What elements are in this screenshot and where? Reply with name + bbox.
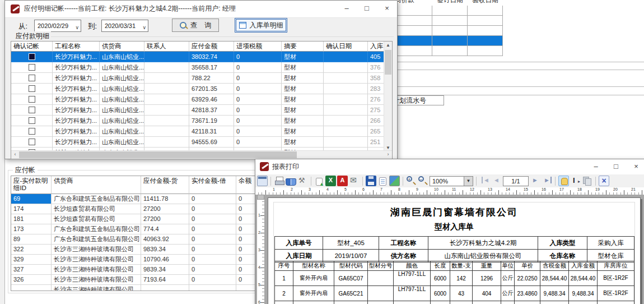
column-header[interactable]: 联系人	[144, 42, 189, 52]
close-preview-icon[interactable]	[599, 176, 609, 186]
report-window-titlebar[interactable]: 报表打印 – □ ×	[255, 159, 644, 175]
zoom-select[interactable]: 100%▼	[430, 176, 473, 186]
properties-icon[interactable]	[257, 176, 268, 186]
table-row[interactable]: 长沙万科魅力...山东南山铝业...788.220型材358	[11, 73, 385, 84]
report-cell: 入库单号	[275, 237, 323, 250]
app-icon	[260, 162, 269, 171]
stockin-detail-table: 序号型材名称型材代码型材分号颜色长度数量-支重量单位单价含税金额入库金额库房库位…	[274, 261, 634, 304]
column-header[interactable]: 验收日期	[468, 0, 503, 6]
confirm-checkbox[interactable]	[29, 139, 35, 145]
table-row[interactable]: 长沙万科魅力...山东南山铝业...35658.170型材376	[11, 62, 385, 73]
table-row[interactable]: 长沙万科魅力...山东南山铝业...63929.460型材276	[11, 94, 385, 105]
first-page-icon[interactable]	[479, 176, 490, 186]
minimize-button[interactable]: –	[337, 1, 357, 17]
scroll-right-icon[interactable]: ›	[384, 151, 392, 159]
cell: 山东南山铝业...	[100, 105, 144, 116]
pdf-icon[interactable]	[337, 176, 348, 186]
cell	[11, 84, 53, 94]
confirm-checkbox[interactable]	[29, 64, 35, 71]
table-row[interactable]: 长沙万科魅力...山东南山铝业...73671.190型材266	[11, 116, 385, 126]
column-header[interactable]: 工程名称	[53, 42, 100, 52]
report-detail-header-row: 序号型材名称型材代码型材分号颜色长度数量-支重量单位单价含税金额入库金额库房库位	[275, 261, 634, 271]
cell: 山东南山铝业...	[100, 126, 144, 137]
ruler-number: 15	[524, 187, 528, 191]
cell: 0	[189, 245, 236, 255]
confirm-checkbox[interactable]	[29, 96, 35, 103]
payable-window-titlebar[interactable]: 应付明细记帐------当前工程: 长沙万科魅力之城4.2期------当前用户…	[5, 1, 397, 18]
confirm-checkbox[interactable]	[29, 53, 35, 60]
report-cell	[431, 301, 450, 304]
chevron-down-icon[interactable]: ▼	[464, 177, 473, 186]
report-page: 湖南巨晟门窗幕墙有限公司 型材入库单 入库单号型材_405工程名称长沙万科魅力之…	[268, 197, 641, 304]
confirm-checkbox[interactable]	[29, 85, 35, 92]
table-row[interactable]: 长沙万科魅力...山东南山铝业...42118.310型材265	[11, 126, 385, 137]
confirm-checkbox[interactable]	[29, 128, 35, 135]
column-header[interactable]: 入库	[368, 42, 385, 52]
zoom-in-icon[interactable]	[406, 176, 417, 186]
column-header[interactable]: 供货商	[100, 42, 144, 52]
mail-icon[interactable]	[349, 176, 360, 186]
print-icon[interactable]	[274, 176, 284, 186]
vertical-scrollbar[interactable]: ▲ ▼	[384, 42, 392, 152]
cell: 山东南山铝业...	[100, 52, 144, 62]
text-select-icon[interactable]	[570, 176, 581, 186]
page-indicator[interactable]: 1/1	[503, 176, 529, 186]
column-header[interactable]: 确认记帐	[11, 42, 53, 52]
document-icon[interactable]	[379, 177, 386, 186]
copy-pages-icon[interactable]	[582, 176, 592, 186]
cell: 型材	[282, 126, 324, 137]
scroll-left-icon[interactable]: ‹	[11, 151, 19, 159]
confirm-checkbox[interactable]	[29, 117, 35, 124]
from-date-select[interactable]: 2020/02/29 ∨	[34, 20, 81, 32]
scroll-up-icon[interactable]: ▲	[384, 42, 392, 49]
maximize-button[interactable]: □	[357, 1, 377, 17]
table-row[interactable]: 长沙万科魅力...山东南山铝业...38032.740型材405	[11, 52, 385, 62]
confirm-checkbox[interactable]	[29, 107, 35, 113]
ruler-number: 21	[631, 187, 636, 191]
close-button[interactable]: ×	[377, 1, 397, 17]
ruler-number: 1	[273, 187, 275, 191]
to-date-select[interactable]: 2020/03/31 ∨	[101, 20, 148, 32]
next-page-icon[interactable]	[530, 176, 540, 186]
cell: 27200	[141, 214, 189, 224]
scrollbar-thumb[interactable]	[19, 151, 297, 158]
report-cell	[334, 301, 368, 304]
column-header[interactable]: 供货商	[52, 176, 141, 194]
column-header[interactable]: 应付金额	[189, 42, 234, 52]
minimize-button[interactable]: –	[586, 159, 606, 174]
export-icon[interactable]	[316, 178, 323, 186]
prev-page-icon[interactable]	[491, 176, 502, 186]
column-header[interactable]: 签订日期	[432, 0, 468, 6]
book-icon[interactable]	[286, 178, 296, 186]
table-row[interactable]: 长沙万科魅力...山东南山铝业...42818.370型材275	[11, 105, 385, 116]
confirm-checkbox[interactable]	[29, 75, 35, 81]
column-header[interactable]: 进项税额	[234, 42, 282, 52]
save-icon[interactable]	[366, 176, 376, 186]
column-header: 型材分号	[368, 261, 394, 271]
last-page-icon[interactable]	[542, 176, 552, 186]
column-header[interactable]: 摘要	[282, 42, 324, 52]
zoom-out-icon[interactable]	[418, 176, 428, 186]
column-header[interactable]: 应付金额-货	[141, 176, 189, 194]
tools-icon[interactable]	[297, 176, 308, 186]
stockin-detail-button[interactable]: 入库单明细	[235, 18, 287, 33]
column-header[interactable]: 实付金额-借	[189, 176, 236, 194]
excel-icon[interactable]	[325, 176, 336, 186]
maximize-button[interactable]: □	[606, 159, 626, 174]
scrollbar-thumb[interactable]	[385, 50, 391, 75]
column-header[interactable]: 应-实付款明细ID	[11, 176, 52, 194]
ruler-number: 2	[258, 231, 260, 234]
cell: 774.4	[141, 224, 189, 234]
report-cell: 工程名称	[379, 237, 428, 250]
horizontal-scrollbar[interactable]: ‹ ›	[11, 150, 392, 159]
grid-icon[interactable]	[389, 176, 400, 186]
hand-tool-icon[interactable]	[558, 176, 569, 186]
close-button[interactable]: ×	[626, 159, 644, 174]
column-header[interactable]: 确认日期	[324, 42, 368, 52]
app-icon	[11, 4, 20, 13]
table-row[interactable]: 长沙万科魅力...山东南山铝业...94555.690型材251	[11, 137, 385, 148]
query-button[interactable]: 查 询	[172, 19, 219, 32]
cell: 型材	[282, 52, 324, 62]
table-row[interactable]: 长沙万科魅力...山东南山铝业...67201.350型材283	[11, 84, 385, 94]
cell: 长沙万科魅力...	[53, 52, 100, 62]
